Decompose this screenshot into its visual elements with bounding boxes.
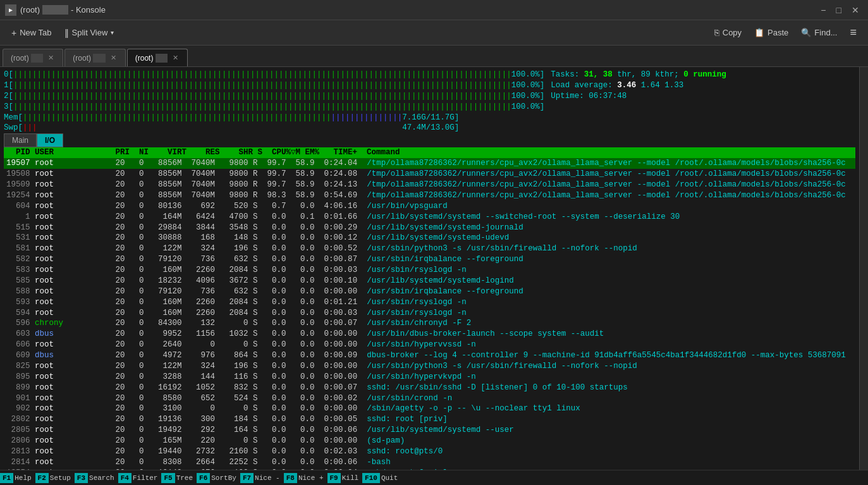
fn-key-f6[interactable]: F6 (197, 473, 210, 483)
proc-column-header: PID USER PRI NI VIRT RES SHR S CPU%▽M EM… (4, 147, 855, 158)
terminal[interactable]: 0[||||||||||||||||||||||||||||||||||||||… (0, 67, 859, 470)
table-row[interactable]: 825 root 20 0 122M 324 196 S 0.0 0.0 0:0… (4, 361, 855, 372)
title-bar: ▶ (root) - Konsole − □ ✕ (0, 0, 868, 20)
minimize-button[interactable]: − (817, 4, 829, 16)
fn-label-f2: Setup (49, 473, 75, 483)
cpu-bar-3: 3[||||||||||||||||||||||||||||||||||||||… (4, 102, 855, 113)
view-tab-main[interactable]: Main (4, 133, 37, 147)
view-tab-io[interactable]: I/O (37, 133, 63, 147)
tab-label: (root) (135, 54, 168, 63)
table-row[interactable]: 19507 root 20 0 8856M 7040M 9800 R 99.7 … (4, 158, 855, 169)
table-row[interactable]: 2806 root 20 0 165M 220 0 S 0.0 0.0 0:00… (4, 436, 855, 446)
fn-bar: F1HelpF2SetupF3SearchF4FilterF5TreeF6Sor… (0, 470, 868, 485)
new-tab-icon: + (11, 28, 16, 38)
table-row[interactable]: 581 root 20 0 122M 324 196 S 0.0 0.0 0:0… (4, 243, 855, 254)
table-row[interactable]: 606 root 20 0 2640 0 0 S 0.0 0.0 0:00.00… (4, 340, 855, 350)
fn-label-f10: Quit (380, 473, 401, 483)
fn-key-f9[interactable]: F9 (327, 473, 341, 483)
window-title: (root) - Konsole (20, 5, 106, 15)
find-button[interactable]: 🔍 Find... (796, 25, 842, 40)
table-row[interactable]: 902 root 20 0 3100 0 0 S 0.0 0.0 0:00.00… (4, 403, 855, 414)
table-row[interactable]: 609 dbus 20 0 4972 976 864 S 0.0 0.0 0:0… (4, 350, 855, 361)
view-tabs-row: MainI/O (4, 133, 855, 147)
terminal-content[interactable]: 0[||||||||||||||||||||||||||||||||||||||… (0, 67, 859, 485)
fn-label-f5: Tree (175, 473, 197, 483)
window-controls: − □ ✕ (817, 4, 863, 16)
fn-key-f4[interactable]: F4 (118, 473, 131, 483)
table-row[interactable]: 594 root 20 0 160M 2260 2084 S 0.0 0.0 0… (4, 308, 855, 319)
fn-label-f8: Nice + (297, 473, 327, 483)
fn-key-f5[interactable]: F5 (161, 473, 174, 483)
close-button[interactable]: ✕ (848, 4, 863, 16)
split-view-icon: ‖ (64, 28, 69, 38)
fn-key-f7[interactable]: F7 (240, 473, 254, 483)
table-row[interactable]: 2802 root 20 0 19136 300 184 S 0.0 0.0 0… (4, 414, 855, 425)
table-row[interactable]: 593 root 20 0 160M 2260 2084 S 0.0 0.0 0… (4, 297, 855, 308)
fn-label-f7: Nice - (254, 473, 284, 483)
split-view-label: Split View (72, 28, 108, 37)
table-row[interactable]: 515 root 20 0 29884 3844 3548 S 0.0 0.0 … (4, 223, 855, 233)
tab-1[interactable]: (root) ✕ (3, 49, 63, 66)
fn-label-f6: SortBy (210, 473, 240, 483)
split-view-chevron: ▾ (111, 29, 114, 36)
table-row[interactable]: 2813 root 20 0 19440 2732 2160 S 0.0 0.0… (4, 446, 855, 457)
tab-close-icon[interactable]: ✕ (109, 54, 118, 62)
table-row[interactable]: 603 dbus 20 0 9952 1156 1032 S 0.0 0.0 0… (4, 329, 855, 340)
find-icon: 🔍 (801, 28, 811, 37)
swp-bar: Swp[||| 47.4M/13.0G] (4, 123, 855, 133)
table-row[interactable]: 19508 root 20 0 8856M 7040M 9800 R 99.7 … (4, 169, 855, 180)
scrollbar[interactable] (859, 67, 868, 485)
tab-label: (root) (11, 54, 43, 63)
title-bar-left: ▶ (root) - Konsole (5, 4, 106, 16)
tab-close-icon[interactable]: ✕ (171, 54, 180, 62)
tabs-bar: (root) ✕(root) ✕(root) ✕ (0, 46, 868, 67)
fn-key-f3[interactable]: F3 (75, 473, 88, 483)
fn-label-f4: Filter (131, 473, 162, 483)
toolbar-right: ⎘ Copy 📋 Paste 🔍 Find... ≡ (709, 23, 862, 42)
toolbar: + New Tab ‖ Split View ▾ ⎘ Copy 📋 Paste … (0, 20, 868, 46)
table-row[interactable]: 899 root 20 0 16192 1052 832 S 0.0 0.0 0… (4, 383, 855, 393)
main-layout: 0[||||||||||||||||||||||||||||||||||||||… (0, 67, 868, 485)
fn-key-f8[interactable]: F8 (284, 473, 297, 483)
copy-button[interactable]: ⎘ Copy (709, 25, 747, 40)
table-row[interactable]: 2805 root 20 0 19492 292 164 S 0.0 0.0 0… (4, 425, 855, 436)
app-icon: ▶ (5, 4, 16, 16)
split-view-button[interactable]: ‖ Split View ▾ (59, 25, 119, 40)
fn-key-f2[interactable]: F2 (35, 473, 49, 483)
paste-label: Paste (767, 28, 788, 37)
fn-key-f10[interactable]: F10 (362, 473, 380, 483)
new-tab-button[interactable]: + New Tab (6, 25, 57, 40)
tab-3[interactable]: (root) ✕ (127, 49, 188, 66)
table-row[interactable]: 583 root 20 0 160M 2260 2084 S 0.0 0.0 0… (4, 265, 855, 276)
tab-2[interactable]: (root) ✕ (64, 49, 125, 66)
table-row[interactable]: 895 root 20 0 3288 144 116 S 0.0 0.0 0:0… (4, 372, 855, 383)
new-tab-label: New Tab (20, 28, 51, 37)
mem-bar: Mem[||||||||||||||||||||||||||||||||||||… (4, 113, 855, 123)
copy-icon: ⎘ (714, 28, 719, 37)
find-label: Find... (814, 28, 837, 37)
paste-icon: 📋 (754, 28, 764, 37)
cpu-bar-1: 1[||||||||||||||||||||||||||||||||||||||… (4, 80, 855, 91)
table-row[interactable]: 19254 root 20 0 8856M 7040M 9800 R 98.3 … (4, 190, 855, 201)
table-row[interactable]: 19509 root 20 0 8856M 7040M 9800 R 99.7 … (4, 180, 855, 190)
table-row[interactable]: 2814 root 20 0 8308 2664 2252 S 0.0 0.0 … (4, 457, 855, 468)
fn-key-f1[interactable]: F1 (0, 473, 13, 483)
table-row[interactable]: 596 chrony 20 0 84300 132 0 S 0.0 0.0 0:… (4, 318, 855, 329)
fn-label-f1: Help (13, 473, 35, 483)
table-row[interactable]: 588 root 20 0 79120 736 632 S 0.0 0.0 0:… (4, 286, 855, 297)
cpu-bar-0: 0[||||||||||||||||||||||||||||||||||||||… (4, 70, 855, 80)
tab-label: (root) (73, 54, 105, 63)
menu-button[interactable]: ≡ (845, 23, 862, 42)
table-row[interactable]: 582 root 20 0 79120 736 632 S 0.0 0.0 0:… (4, 254, 855, 265)
copy-label: Copy (723, 28, 742, 37)
table-row[interactable]: 604 root 20 0 80136 692 520 S 0.7 0.0 4:… (4, 201, 855, 212)
paste-button[interactable]: 📋 Paste (749, 25, 793, 40)
table-row[interactable]: 585 root 20 0 18232 4096 3672 S 0.0 0.0 … (4, 276, 855, 286)
fn-label-f9: Kill (341, 473, 362, 483)
fn-label-f3: Search (88, 473, 118, 483)
tab-close-icon[interactable]: ✕ (47, 54, 55, 62)
table-row[interactable]: 1 root 20 0 164M 6424 4700 S 0.0 0.1 0:0… (4, 212, 855, 223)
table-row[interactable]: 901 root 20 0 8580 652 524 S 0.0 0.0 0:0… (4, 393, 855, 404)
table-row[interactable]: 531 root 20 0 30888 168 148 S 0.0 0.0 0:… (4, 233, 855, 243)
maximize-button[interactable]: □ (833, 4, 845, 16)
